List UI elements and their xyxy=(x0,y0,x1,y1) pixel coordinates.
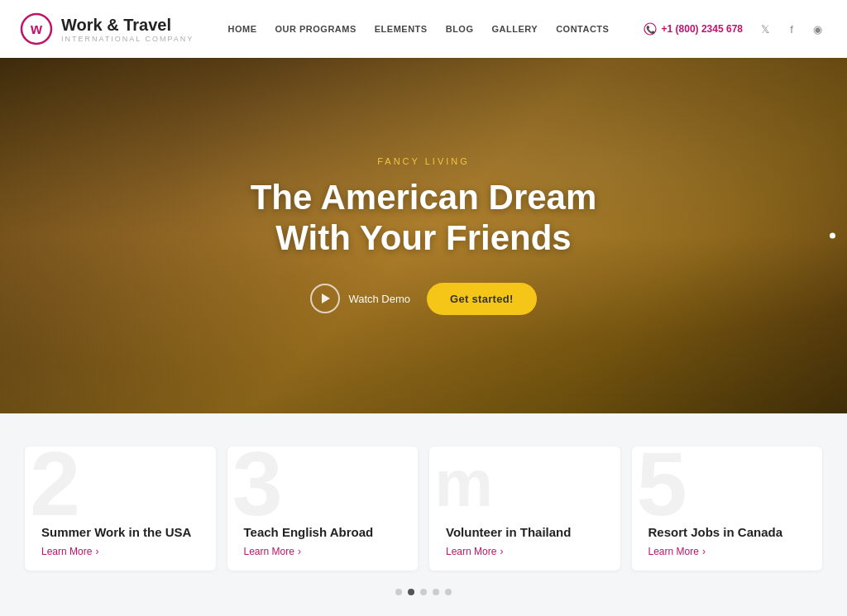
play-icon xyxy=(322,294,330,303)
header-right: 📞 +1 (800) 2345 678 𝕏 f ◉ xyxy=(644,20,827,38)
page-dot-5[interactable] xyxy=(445,589,452,595)
card-link-2[interactable]: Learn More › xyxy=(244,546,402,557)
page-dot-3[interactable] xyxy=(420,589,427,595)
phone-icon: 📞 xyxy=(644,22,657,36)
hero-buttons: Watch Demo Get started! xyxy=(251,283,597,315)
logo-title: Work & Travel xyxy=(61,15,194,35)
phone[interactable]: 📞 +1 (800) 2345 678 xyxy=(644,22,743,36)
card-link-3[interactable]: Learn More › xyxy=(446,546,604,557)
nav-programs[interactable]: OUR PROGRAMS xyxy=(275,24,357,34)
hero-slider-dots xyxy=(830,233,835,239)
card-link-4[interactable]: Learn More › xyxy=(648,546,806,557)
nav-blog[interactable]: BLOG xyxy=(446,24,474,34)
hero-eyebrow: FANCY LIVING xyxy=(251,156,597,166)
card-title-3: Volunteer in Thailand xyxy=(446,525,604,539)
card-bg-number-4: 5 xyxy=(637,446,687,529)
instagram-icon[interactable]: ◉ xyxy=(809,20,827,38)
nav-home[interactable]: HOME xyxy=(228,24,257,34)
header: w Work & Travel International Company HO… xyxy=(0,0,847,58)
card-summer-work: 2 Summer Work in the USA Learn More › xyxy=(25,446,216,571)
social-links: 𝕏 f ◉ xyxy=(756,20,827,38)
program-cards: 2 Summer Work in the USA Learn More › 3 … xyxy=(25,446,822,571)
svg-text:w: w xyxy=(30,21,43,37)
card-title-1: Summer Work in the USA xyxy=(41,525,199,539)
nav-contacts[interactable]: CONTACTS xyxy=(556,24,609,34)
main-nav: HOME OUR PROGRAMS ELEMENTS BLOG GALLERY … xyxy=(228,24,610,34)
page-dot-4[interactable] xyxy=(433,589,439,595)
twitter-icon[interactable]: 𝕏 xyxy=(756,20,774,38)
card-bg-number-1: 2 xyxy=(30,446,80,529)
card-title-2: Teach English Abroad xyxy=(244,525,402,539)
page-dot-2[interactable] xyxy=(408,589,414,595)
logo-subtitle: International Company xyxy=(61,35,194,43)
hero-content: FANCY LIVING The American Dream With You… xyxy=(251,156,597,315)
get-started-button[interactable]: Get started! xyxy=(427,283,537,315)
chevron-right-icon: › xyxy=(702,546,706,557)
hero-section: FANCY LIVING The American Dream With You… xyxy=(0,58,847,413)
chevron-right-icon: › xyxy=(500,546,503,557)
svg-text:📞: 📞 xyxy=(645,25,655,35)
nav-gallery[interactable]: GALLERY xyxy=(491,24,538,34)
nav-elements[interactable]: ELEMENTS xyxy=(375,24,428,34)
hero-title: The American Dream With Your Friends xyxy=(251,178,597,258)
logo[interactable]: w Work & Travel International Company xyxy=(20,12,194,45)
card-bg-number-2: 3 xyxy=(232,446,283,529)
chevron-right-icon: › xyxy=(95,546,98,557)
card-volunteer-thailand: m Volunteer in Thailand Learn More › xyxy=(429,446,620,571)
page-dot-1[interactable] xyxy=(395,589,402,595)
programs-section: 2 Summer Work in the USA Learn More › 3 … xyxy=(0,413,847,616)
watch-demo-button[interactable]: Watch Demo xyxy=(310,284,410,313)
logo-icon: w xyxy=(20,12,53,45)
card-teach-english: 3 Teach English Abroad Learn More › xyxy=(227,446,419,571)
facebook-icon[interactable]: f xyxy=(782,20,801,38)
play-circle xyxy=(310,284,340,313)
slider-dot-1[interactable] xyxy=(830,233,835,239)
card-bg-number-3: m xyxy=(434,451,493,517)
chevron-right-icon: › xyxy=(298,546,301,557)
card-link-1[interactable]: Learn More › xyxy=(41,546,199,557)
pagination xyxy=(395,589,452,595)
card-title-4: Resort Jobs in Canada xyxy=(648,525,806,539)
card-resort-jobs: 5 Resort Jobs in Canada Learn More › xyxy=(632,446,823,571)
